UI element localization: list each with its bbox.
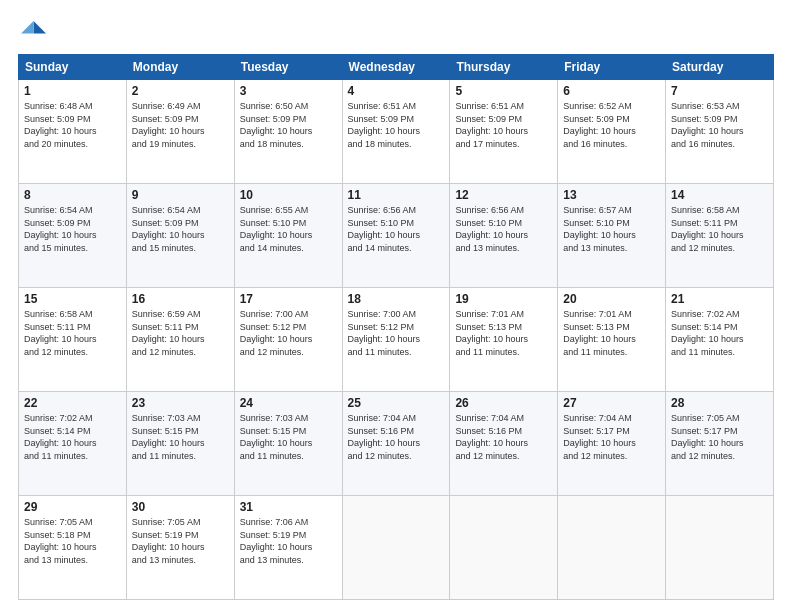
day-content: Sunrise: 7:00 AM Sunset: 5:12 PM Dayligh…	[240, 308, 337, 358]
day-content: Sunrise: 6:54 AM Sunset: 5:09 PM Dayligh…	[132, 204, 229, 254]
weekday-header-row: SundayMondayTuesdayWednesdayThursdayFrid…	[19, 55, 774, 80]
day-number: 21	[671, 292, 768, 306]
calendar-day-cell: 7Sunrise: 6:53 AM Sunset: 5:09 PM Daylig…	[666, 80, 774, 184]
day-content: Sunrise: 7:02 AM Sunset: 5:14 PM Dayligh…	[24, 412, 121, 462]
day-content: Sunrise: 7:00 AM Sunset: 5:12 PM Dayligh…	[348, 308, 445, 358]
day-number: 14	[671, 188, 768, 202]
calendar-day-cell: 19Sunrise: 7:01 AM Sunset: 5:13 PM Dayli…	[450, 288, 558, 392]
day-content: Sunrise: 7:05 AM Sunset: 5:19 PM Dayligh…	[132, 516, 229, 566]
calendar-day-cell	[558, 496, 666, 600]
calendar-day-cell: 30Sunrise: 7:05 AM Sunset: 5:19 PM Dayli…	[126, 496, 234, 600]
calendar-day-cell: 12Sunrise: 6:56 AM Sunset: 5:10 PM Dayli…	[450, 184, 558, 288]
day-content: Sunrise: 6:53 AM Sunset: 5:09 PM Dayligh…	[671, 100, 768, 150]
day-number: 1	[24, 84, 121, 98]
calendar-day-cell: 10Sunrise: 6:55 AM Sunset: 5:10 PM Dayli…	[234, 184, 342, 288]
weekday-header-friday: Friday	[558, 55, 666, 80]
day-number: 4	[348, 84, 445, 98]
calendar-day-cell: 17Sunrise: 7:00 AM Sunset: 5:12 PM Dayli…	[234, 288, 342, 392]
day-number: 20	[563, 292, 660, 306]
day-content: Sunrise: 6:51 AM Sunset: 5:09 PM Dayligh…	[455, 100, 552, 150]
calendar-day-cell: 1Sunrise: 6:48 AM Sunset: 5:09 PM Daylig…	[19, 80, 127, 184]
calendar-day-cell: 21Sunrise: 7:02 AM Sunset: 5:14 PM Dayli…	[666, 288, 774, 392]
calendar-day-cell	[666, 496, 774, 600]
calendar-day-cell: 29Sunrise: 7:05 AM Sunset: 5:18 PM Dayli…	[19, 496, 127, 600]
day-content: Sunrise: 7:06 AM Sunset: 5:19 PM Dayligh…	[240, 516, 337, 566]
day-number: 27	[563, 396, 660, 410]
calendar-day-cell: 5Sunrise: 6:51 AM Sunset: 5:09 PM Daylig…	[450, 80, 558, 184]
day-number: 19	[455, 292, 552, 306]
day-number: 12	[455, 188, 552, 202]
day-number: 15	[24, 292, 121, 306]
day-content: Sunrise: 7:01 AM Sunset: 5:13 PM Dayligh…	[563, 308, 660, 358]
logo	[18, 18, 50, 46]
weekday-header-saturday: Saturday	[666, 55, 774, 80]
weekday-header-sunday: Sunday	[19, 55, 127, 80]
calendar-week-row: 15Sunrise: 6:58 AM Sunset: 5:11 PM Dayli…	[19, 288, 774, 392]
day-content: Sunrise: 7:05 AM Sunset: 5:17 PM Dayligh…	[671, 412, 768, 462]
calendar-day-cell: 13Sunrise: 6:57 AM Sunset: 5:10 PM Dayli…	[558, 184, 666, 288]
day-content: Sunrise: 6:58 AM Sunset: 5:11 PM Dayligh…	[671, 204, 768, 254]
day-number: 23	[132, 396, 229, 410]
weekday-header-thursday: Thursday	[450, 55, 558, 80]
day-number: 5	[455, 84, 552, 98]
day-number: 28	[671, 396, 768, 410]
day-content: Sunrise: 7:05 AM Sunset: 5:18 PM Dayligh…	[24, 516, 121, 566]
calendar-day-cell: 18Sunrise: 7:00 AM Sunset: 5:12 PM Dayli…	[342, 288, 450, 392]
calendar-week-row: 1Sunrise: 6:48 AM Sunset: 5:09 PM Daylig…	[19, 80, 774, 184]
calendar-day-cell	[342, 496, 450, 600]
calendar-day-cell: 31Sunrise: 7:06 AM Sunset: 5:19 PM Dayli…	[234, 496, 342, 600]
calendar-day-cell: 26Sunrise: 7:04 AM Sunset: 5:16 PM Dayli…	[450, 392, 558, 496]
calendar-day-cell: 27Sunrise: 7:04 AM Sunset: 5:17 PM Dayli…	[558, 392, 666, 496]
day-content: Sunrise: 7:01 AM Sunset: 5:13 PM Dayligh…	[455, 308, 552, 358]
day-number: 6	[563, 84, 660, 98]
day-content: Sunrise: 6:56 AM Sunset: 5:10 PM Dayligh…	[348, 204, 445, 254]
day-content: Sunrise: 6:50 AM Sunset: 5:09 PM Dayligh…	[240, 100, 337, 150]
day-content: Sunrise: 6:49 AM Sunset: 5:09 PM Dayligh…	[132, 100, 229, 150]
calendar-day-cell: 14Sunrise: 6:58 AM Sunset: 5:11 PM Dayli…	[666, 184, 774, 288]
calendar-day-cell: 22Sunrise: 7:02 AM Sunset: 5:14 PM Dayli…	[19, 392, 127, 496]
day-number: 9	[132, 188, 229, 202]
calendar-day-cell: 4Sunrise: 6:51 AM Sunset: 5:09 PM Daylig…	[342, 80, 450, 184]
calendar-day-cell: 11Sunrise: 6:56 AM Sunset: 5:10 PM Dayli…	[342, 184, 450, 288]
day-number: 30	[132, 500, 229, 514]
day-number: 2	[132, 84, 229, 98]
calendar-day-cell: 23Sunrise: 7:03 AM Sunset: 5:15 PM Dayli…	[126, 392, 234, 496]
calendar-day-cell: 8Sunrise: 6:54 AM Sunset: 5:09 PM Daylig…	[19, 184, 127, 288]
calendar-week-row: 29Sunrise: 7:05 AM Sunset: 5:18 PM Dayli…	[19, 496, 774, 600]
day-content: Sunrise: 6:56 AM Sunset: 5:10 PM Dayligh…	[455, 204, 552, 254]
day-content: Sunrise: 6:59 AM Sunset: 5:11 PM Dayligh…	[132, 308, 229, 358]
day-content: Sunrise: 7:04 AM Sunset: 5:16 PM Dayligh…	[348, 412, 445, 462]
day-content: Sunrise: 6:51 AM Sunset: 5:09 PM Dayligh…	[348, 100, 445, 150]
day-content: Sunrise: 6:57 AM Sunset: 5:10 PM Dayligh…	[563, 204, 660, 254]
page-header	[18, 18, 774, 46]
calendar-day-cell: 2Sunrise: 6:49 AM Sunset: 5:09 PM Daylig…	[126, 80, 234, 184]
day-number: 11	[348, 188, 445, 202]
day-content: Sunrise: 7:02 AM Sunset: 5:14 PM Dayligh…	[671, 308, 768, 358]
calendar-day-cell: 16Sunrise: 6:59 AM Sunset: 5:11 PM Dayli…	[126, 288, 234, 392]
day-number: 22	[24, 396, 121, 410]
day-number: 3	[240, 84, 337, 98]
logo-icon	[18, 18, 46, 46]
day-number: 18	[348, 292, 445, 306]
day-number: 25	[348, 396, 445, 410]
day-number: 7	[671, 84, 768, 98]
calendar-day-cell: 20Sunrise: 7:01 AM Sunset: 5:13 PM Dayli…	[558, 288, 666, 392]
calendar-day-cell: 6Sunrise: 6:52 AM Sunset: 5:09 PM Daylig…	[558, 80, 666, 184]
calendar-day-cell: 25Sunrise: 7:04 AM Sunset: 5:16 PM Dayli…	[342, 392, 450, 496]
day-number: 13	[563, 188, 660, 202]
day-content: Sunrise: 6:52 AM Sunset: 5:09 PM Dayligh…	[563, 100, 660, 150]
day-content: Sunrise: 6:48 AM Sunset: 5:09 PM Dayligh…	[24, 100, 121, 150]
day-content: Sunrise: 7:03 AM Sunset: 5:15 PM Dayligh…	[132, 412, 229, 462]
calendar-day-cell: 24Sunrise: 7:03 AM Sunset: 5:15 PM Dayli…	[234, 392, 342, 496]
day-content: Sunrise: 7:04 AM Sunset: 5:16 PM Dayligh…	[455, 412, 552, 462]
day-number: 26	[455, 396, 552, 410]
day-number: 10	[240, 188, 337, 202]
calendar-day-cell	[450, 496, 558, 600]
day-number: 29	[24, 500, 121, 514]
calendar-day-cell: 15Sunrise: 6:58 AM Sunset: 5:11 PM Dayli…	[19, 288, 127, 392]
calendar-week-row: 8Sunrise: 6:54 AM Sunset: 5:09 PM Daylig…	[19, 184, 774, 288]
day-content: Sunrise: 6:54 AM Sunset: 5:09 PM Dayligh…	[24, 204, 121, 254]
day-number: 17	[240, 292, 337, 306]
svg-marker-1	[21, 21, 33, 33]
day-content: Sunrise: 7:04 AM Sunset: 5:17 PM Dayligh…	[563, 412, 660, 462]
